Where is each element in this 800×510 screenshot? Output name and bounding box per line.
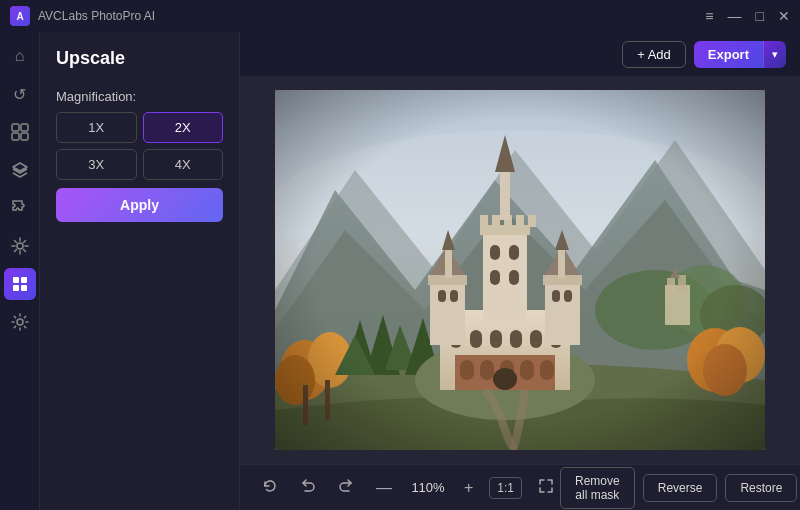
- sidebar-item-settings[interactable]: [4, 306, 36, 338]
- topbar: + Add Export ▾: [240, 32, 800, 76]
- titlebar-controls: ≡ — □ ✕: [705, 9, 790, 23]
- svg-rect-3: [21, 133, 28, 140]
- redo-button[interactable]: [332, 474, 360, 502]
- ratio-button[interactable]: 1:1: [489, 477, 522, 499]
- app-logo-letter: A: [16, 11, 23, 22]
- svg-rect-7: [13, 285, 19, 291]
- sidebar-item-home[interactable]: ⌂: [4, 40, 36, 72]
- svg-rect-6: [21, 277, 27, 283]
- magnification-label: Magnification:: [56, 89, 223, 104]
- icon-sidebar: ⌂ ↺: [0, 32, 40, 510]
- zoom-level: 110%: [408, 480, 448, 495]
- content-area: + Add Export ▾: [240, 32, 800, 510]
- bottombar: — 110% + 1:1 Remove all mask Reverse Res…: [240, 464, 800, 510]
- titlebar: A AVCLabs PhotoPro AI ≡ — □ ✕: [0, 0, 800, 32]
- main-layout: ⌂ ↺: [0, 32, 800, 510]
- bottombar-actions: Remove all mask Reverse Restore: [560, 467, 797, 509]
- sidebar-item-layers[interactable]: [4, 154, 36, 186]
- export-dropdown-button[interactable]: ▾: [763, 41, 786, 68]
- svg-rect-8: [21, 285, 27, 291]
- minimize-icon[interactable]: —: [728, 9, 742, 23]
- reverse-button[interactable]: Reverse: [643, 474, 718, 502]
- svg-rect-5: [13, 277, 19, 283]
- sidebar-item-refresh[interactable]: ↺: [4, 78, 36, 110]
- close-icon[interactable]: ✕: [778, 9, 790, 23]
- sidebar-item-magic[interactable]: [4, 230, 36, 262]
- svg-point-4: [17, 243, 23, 249]
- panel-title: Upscale: [56, 48, 223, 69]
- add-button[interactable]: + Add: [622, 41, 686, 68]
- apply-button[interactable]: Apply: [56, 188, 223, 222]
- fit-screen-button[interactable]: [532, 474, 560, 502]
- svg-rect-78: [275, 90, 765, 450]
- maximize-icon[interactable]: □: [756, 9, 764, 23]
- svg-rect-0: [12, 124, 19, 131]
- titlebar-left: A AVCLabs PhotoPro AI: [10, 6, 155, 26]
- sidebar-item-upscale[interactable]: [4, 268, 36, 300]
- panel: Upscale Magnification: 1X 2X 3X 4X Apply: [40, 32, 240, 510]
- app-logo: A: [10, 6, 30, 26]
- zoom-in-button[interactable]: +: [458, 475, 479, 501]
- svg-rect-1: [21, 124, 28, 131]
- mag-btn-2x[interactable]: 2X: [143, 112, 224, 143]
- app-title: AVCLabs PhotoPro AI: [38, 9, 155, 23]
- restore-button[interactable]: Restore: [725, 474, 797, 502]
- svg-rect-2: [12, 133, 19, 140]
- mag-btn-4x[interactable]: 4X: [143, 149, 224, 180]
- magnification-grid: 1X 2X 3X 4X: [56, 112, 223, 180]
- mag-btn-3x[interactable]: 3X: [56, 149, 137, 180]
- rotate-left-button[interactable]: [256, 474, 284, 502]
- image-area: [240, 76, 800, 464]
- sidebar-item-grid[interactable]: [4, 116, 36, 148]
- export-btn-group: Export ▾: [694, 41, 786, 68]
- undo-button[interactable]: [294, 474, 322, 502]
- svg-point-9: [17, 319, 23, 325]
- mag-btn-1x[interactable]: 1X: [56, 112, 137, 143]
- remove-mask-button[interactable]: Remove all mask: [560, 467, 635, 509]
- sidebar-item-puzzle[interactable]: [4, 192, 36, 224]
- bottombar-controls: — 110% + 1:1: [256, 474, 560, 502]
- castle-image: [275, 90, 765, 450]
- export-button[interactable]: Export: [694, 41, 763, 68]
- menu-icon[interactable]: ≡: [705, 9, 713, 23]
- zoom-out-button[interactable]: —: [370, 475, 398, 501]
